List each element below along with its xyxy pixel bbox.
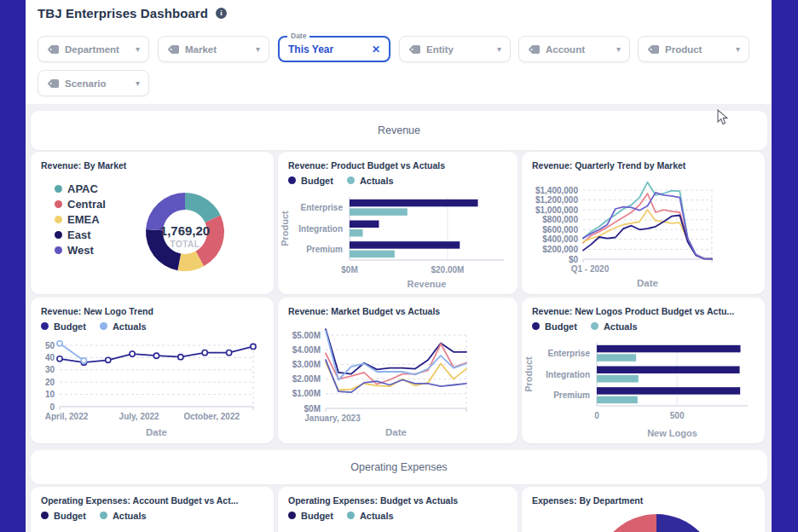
chart-title: Revenue: New Logo Trend: [31, 298, 274, 316]
svg-text:10: 10: [45, 390, 55, 399]
legend-dot: [55, 231, 62, 239]
svg-text:$0: $0: [569, 255, 579, 264]
legend-item[interactable]: Budget: [532, 321, 577, 332]
legend-item[interactable]: Actuals: [347, 511, 394, 521]
chart-legend: Budget Actuals: [31, 316, 274, 332]
card-market-budget-vs-actuals: Revenue: Market Budget vs Actuals $0M$1.…: [278, 298, 518, 443]
filter-scenario[interactable]: Scenario ▾: [38, 70, 149, 96]
svg-text:0: 0: [49, 402, 55, 412]
mouse-cursor: [717, 109, 729, 126]
svg-text:New Logos: New Logos: [647, 428, 697, 438]
filter-label: Entity: [426, 44, 491, 55]
svg-text:30: 30: [45, 365, 55, 374]
svg-text:Product: Product: [523, 356, 534, 392]
legend-dot: [100, 322, 107, 330]
svg-text:$5.00M: $5.00M: [292, 331, 321, 340]
legend-dot: [55, 200, 62, 208]
legend-item[interactable]: Central: [55, 198, 106, 211]
bar-chart: $0M$20.00MEnterpriseIntegrationPremiumRe…: [278, 186, 518, 291]
dashboard-page: TBJ Enterprises Dashboard i Department ▾…: [26, 0, 772, 532]
chart-title: Revenue: Quarterly Trend by Market: [522, 152, 765, 171]
svg-text:$3.00M: $3.00M: [292, 360, 321, 369]
section-header-revenue[interactable]: Revenue: [31, 111, 767, 150]
svg-text:$4.00M: $4.00M: [292, 345, 321, 355]
close-icon[interactable]: ✕: [372, 43, 380, 55]
svg-text:Product: Product: [280, 211, 290, 246]
svg-text:Integration: Integration: [298, 224, 343, 234]
card-new-logo-trend: Revenue: New Logo Trend Budget Actuals 0…: [31, 298, 274, 443]
chevron-down-icon: ▾: [736, 44, 740, 54]
filter-label: Date: [287, 32, 309, 40]
filter-label: Account: [546, 44, 610, 55]
legend-item[interactable]: Budget: [41, 511, 86, 521]
card-revenue-by-market: Revenue: By Market 1,769,20TOTAL APAC Ce…: [31, 152, 274, 294]
filter-label: Product: [665, 44, 730, 55]
chart-title: Revenue: By Market: [31, 152, 274, 171]
chart-legend: Budget Actuals: [278, 506, 518, 521]
svg-text:$600,000: $600,000: [542, 225, 578, 234]
bar-chart: [31, 521, 274, 532]
svg-text:$800,000: $800,000: [542, 215, 578, 224]
legend-item[interactable]: East: [55, 228, 106, 241]
svg-text:40: 40: [45, 353, 55, 362]
chart-legend: Budget Actuals: [278, 171, 518, 186]
svg-text:October, 2022: October, 2022: [183, 412, 240, 421]
filter-department[interactable]: Department ▾: [38, 36, 149, 62]
legend-item[interactable]: West: [55, 244, 106, 257]
chart-legend: Budget Actuals: [31, 506, 274, 521]
legend-item[interactable]: EMEA: [55, 213, 106, 226]
svg-text:Premium: Premium: [306, 245, 343, 254]
legend-dot: [55, 216, 62, 223]
legend-item[interactable]: Actuals: [347, 176, 394, 186]
info-icon[interactable]: i: [216, 8, 227, 19]
filter-label: Scenario: [65, 78, 130, 89]
svg-text:$1,200,000: $1,200,000: [535, 195, 578, 205]
legend-item[interactable]: Budget: [288, 176, 333, 186]
section-header-opex[interactable]: Operating Expenses: [31, 450, 767, 484]
chart-title: Revenue: New Logos Product Budget vs Act…: [522, 298, 765, 316]
legend-item[interactable]: APAC: [55, 182, 106, 195]
chevron-down-icon: ▾: [136, 44, 140, 54]
tag-icon: [47, 78, 59, 89]
chevron-down-icon: ▾: [497, 44, 501, 54]
legend-item[interactable]: Actuals: [100, 321, 147, 332]
section-title: Operating Expenses: [350, 461, 447, 473]
tag-icon: [647, 44, 659, 55]
filter-market[interactable]: Market ▾: [158, 36, 269, 62]
chevron-down-icon: ▾: [616, 44, 621, 54]
svg-text:Revenue: Revenue: [408, 279, 447, 289]
filter-date[interactable]: Date This Year ✕: [278, 36, 390, 62]
filter-product[interactable]: Product ▾: [638, 36, 749, 62]
filter-account[interactable]: Account ▾: [518, 36, 630, 62]
svg-text:$200,000: $200,000: [542, 245, 578, 254]
page-title: TBJ Enterprises Dashboard: [38, 6, 208, 20]
filter-label: Market: [185, 44, 250, 55]
svg-text:Enterprise: Enterprise: [301, 203, 344, 212]
chart-title: Operating Expenses: Budget vs Actuals: [278, 487, 518, 506]
svg-text:500: 500: [670, 411, 685, 420]
svg-text:$1,400,000: $1,400,000: [535, 186, 578, 195]
tag-icon: [167, 44, 179, 55]
svg-text:January, 2023: January, 2023: [304, 413, 361, 423]
pie-chart: [522, 506, 765, 532]
svg-text:20: 20: [45, 378, 55, 387]
legend-item[interactable]: Budget: [41, 321, 86, 332]
legend-item[interactable]: Actuals: [100, 511, 147, 521]
line-chart: 01020304050April, 2022July, 2022October,…: [31, 332, 274, 440]
legend-item[interactable]: Actuals: [591, 321, 638, 332]
svg-text:Premium: Premium: [553, 390, 590, 400]
filter-entity[interactable]: Entity ▾: [399, 36, 511, 62]
svg-text:$400,000: $400,000: [542, 234, 578, 244]
legend-dot: [347, 176, 355, 184]
svg-text:$1.00M: $1.00M: [292, 389, 321, 398]
chart-title: Expenses: By Department: [522, 487, 765, 506]
card-new-logos-product-budget: Revenue: New Logos Product Budget vs Act…: [522, 298, 765, 443]
legend-dot: [55, 246, 62, 254]
filter-label: Department: [65, 44, 130, 55]
section-title: Revenue: [378, 124, 420, 136]
line-chart: $0M$1.00M$2.00M$3.00M$4.00M$5.00MJanuary…: [278, 316, 518, 440]
legend-item[interactable]: Budget: [288, 511, 333, 521]
chevron-down-icon: ▾: [136, 78, 140, 88]
tag-icon: [408, 44, 420, 55]
chart-title: Revenue: Market Budget vs Actuals: [278, 298, 518, 316]
